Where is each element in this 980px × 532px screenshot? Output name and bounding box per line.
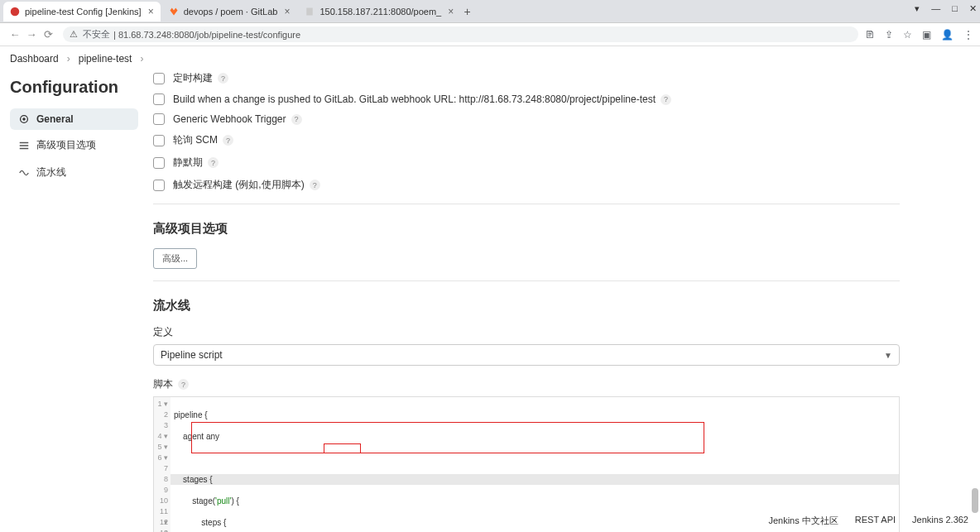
chevron-down-icon[interactable]: ▾ — [915, 3, 920, 14]
sidebar-item-label: 流水线 — [36, 165, 66, 180]
svg-rect-1 — [307, 7, 314, 15]
select-value: Pipeline script — [161, 349, 223, 361]
help-icon[interactable]: ? — [218, 73, 228, 84]
trigger-row-scm: 轮询 SCM ? — [153, 133, 900, 147]
line-gutter: 1 ▾234 ▾5 ▾6 ▾7891011 ▾12 ▾1314151617 ▾1… — [154, 397, 171, 532]
checkbox[interactable] — [153, 93, 165, 105]
browser-tab-2[interactable]: 150.158.187.211:8080/poem_ × — [298, 2, 455, 22]
help-icon[interactable]: ? — [208, 157, 219, 168]
browser-tab-strip: pipeline-test Config [Jenkins] × devops … — [0, 0, 980, 23]
sidebar-item-advanced[interactable]: 高级项目选项 — [10, 133, 138, 157]
footer-rest-link[interactable]: REST API — [855, 515, 896, 527]
checkbox[interactable] — [153, 157, 165, 169]
close-icon[interactable]: × — [284, 6, 290, 17]
chevron-right-icon: › — [140, 53, 143, 65]
trigger-row-gitlab: Build when a change is pushed to GitLab.… — [153, 93, 900, 105]
code-body[interactable]: pipeline { agent any stages { stage('pul… — [171, 397, 899, 532]
footer: Jenkins 中文社区 REST API Jenkins 2.362 — [768, 515, 968, 527]
help-icon[interactable]: ? — [223, 135, 233, 146]
minimize-icon[interactable]: — — [931, 3, 940, 14]
page-title: Configuration — [10, 78, 138, 97]
address-bar[interactable]: ⚠ 不安全 | 81.68.73.248:8080/job/pipeline-t… — [63, 26, 858, 42]
window-controls: ▾ — □ ✕ — [915, 3, 977, 14]
gear-icon — [18, 113, 30, 125]
pipeline-icon — [18, 167, 30, 179]
pipeline-heading: 流水线 — [153, 298, 900, 314]
checkbox-label: 定时构建 — [173, 71, 213, 85]
script-label: 脚本 — [153, 377, 173, 391]
browser-tab-0[interactable]: pipeline-test Config [Jenkins] × — [3, 2, 161, 22]
jenkins-icon — [10, 7, 20, 17]
checkbox[interactable] — [153, 73, 165, 84]
close-icon[interactable]: × — [448, 6, 454, 17]
trigger-row-remote: 触发远程构建 (例如,使用脚本) ? — [153, 178, 900, 192]
footer-version: Jenkins 2.362 — [912, 515, 968, 527]
checkbox-label: 触发远程构建 (例如,使用脚本) — [173, 178, 305, 192]
checkbox-label: Build when a change is pushed to GitLab.… — [173, 93, 656, 105]
main-content: 定时构建 ? Build when a change is pushed to … — [138, 71, 900, 532]
help-icon[interactable]: ? — [291, 114, 302, 125]
share-icon[interactable]: ⇪ — [885, 29, 893, 41]
checkbox-label: Generic Webhook Trigger — [173, 113, 286, 125]
close-window-icon[interactable]: ✕ — [969, 3, 977, 14]
definition-select[interactable]: Pipeline script ▼ — [153, 344, 900, 366]
checkbox[interactable] — [153, 113, 165, 125]
insecure-label: 不安全 — [83, 28, 110, 41]
tab-title: 150.158.187.211:8080/poem_ — [319, 7, 441, 17]
advanced-button[interactable]: 高级... — [153, 248, 197, 269]
back-button[interactable]: ← — [7, 28, 23, 41]
gitlab-icon — [169, 7, 179, 17]
sidebar-item-label: 高级项目选项 — [36, 138, 96, 152]
list-icon — [18, 140, 30, 151]
sidebar: Configuration General 高级项目选项 流水线 — [10, 71, 138, 532]
forward-button[interactable]: → — [23, 28, 40, 41]
help-icon[interactable]: ? — [310, 180, 320, 190]
insecure-icon: ⚠ — [70, 29, 78, 40]
help-icon[interactable]: ? — [178, 379, 189, 390]
svg-point-3 — [22, 117, 26, 121]
checkbox[interactable] — [153, 135, 165, 146]
breadcrumb-dashboard[interactable]: Dashboard — [10, 53, 59, 65]
help-icon[interactable]: ? — [661, 94, 671, 105]
page-icon — [305, 7, 315, 17]
browser-tab-1[interactable]: devops / poem · GitLab × — [162, 2, 297, 22]
reload-button[interactable]: ⟳ — [40, 28, 56, 41]
definition-label: 定义 — [153, 325, 900, 339]
checkbox-label: 静默期 — [173, 156, 203, 170]
advanced-heading: 高级项目选项 — [153, 221, 900, 237]
sidebar-item-pipeline[interactable]: 流水线 — [10, 161, 138, 185]
sidebar-item-general[interactable]: General — [10, 108, 138, 130]
new-tab-button[interactable]: + — [457, 5, 477, 18]
maximize-icon[interactable]: □ — [952, 3, 958, 14]
scrollbar-thumb[interactable] — [972, 488, 978, 513]
trigger-row-timer: 定时构建 ? — [153, 71, 900, 85]
extensions-icon[interactable]: ▣ — [922, 29, 931, 41]
browser-toolbar: ← → ⟳ ⚠ 不安全 | 81.68.73.248:8080/job/pipe… — [0, 23, 980, 46]
profile-icon[interactable]: 👤 — [941, 29, 954, 41]
trigger-row-generic: Generic Webhook Trigger ? — [153, 113, 900, 125]
menu-icon[interactable]: ⋮ — [963, 29, 973, 41]
trigger-row-quiet: 静默期 ? — [153, 156, 900, 170]
checkbox-label: 轮询 SCM — [173, 133, 218, 147]
tab-title: devops / poem · GitLab — [184, 7, 278, 17]
close-icon[interactable]: × — [148, 6, 154, 17]
breadcrumb-job[interactable]: pipeline-test — [79, 53, 132, 65]
breadcrumb: Dashboard › pipeline-test › — [0, 46, 980, 71]
checkbox[interactable] — [153, 180, 165, 191]
star-icon[interactable]: ☆ — [903, 29, 912, 41]
tab-title: pipeline-test Config [Jenkins] — [25, 7, 142, 17]
sidebar-item-label: General — [36, 113, 74, 125]
svg-point-0 — [11, 7, 20, 16]
translate-icon[interactable]: 🖹 — [865, 29, 875, 41]
footer-community-link[interactable]: Jenkins 中文社区 — [768, 515, 838, 527]
url-text: 81.68.73.248:8080/job/pipeline-test/conf… — [118, 30, 300, 40]
chevron-down-icon: ▼ — [884, 351, 892, 360]
script-editor[interactable]: 1 ▾234 ▾5 ▾6 ▾7891011 ▾12 ▾1314151617 ▾1… — [153, 396, 900, 532]
chevron-right-icon: › — [67, 53, 70, 65]
